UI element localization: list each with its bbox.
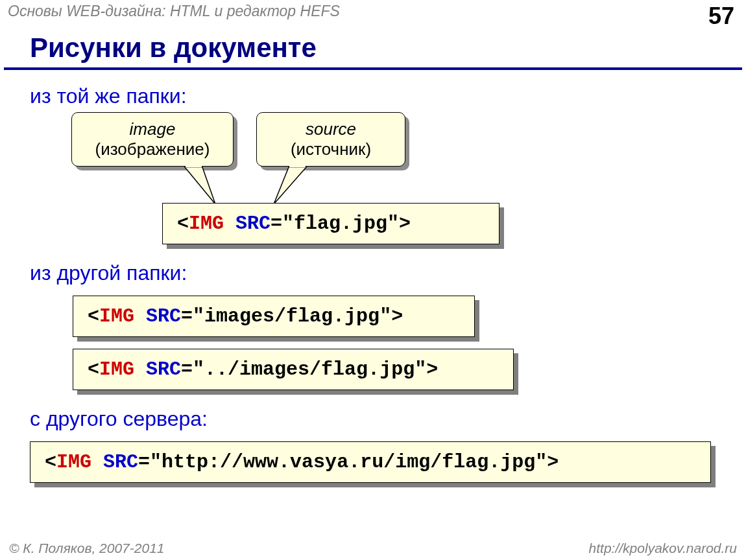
course-title: Основы WEB-дизайна: HTML и редактор HEFS xyxy=(8,3,340,20)
code-eq: = xyxy=(271,213,282,235)
code-eq: = xyxy=(181,305,193,327)
section-same-folder-label: из той же папки: xyxy=(0,84,746,108)
svg-marker-2 xyxy=(274,167,306,204)
code-path2: "images/flag.jpg" xyxy=(193,305,391,327)
code-attr: SRC xyxy=(146,358,181,380)
code-other-folder-1: <IMG SRC="images/flag.jpg"> xyxy=(73,296,475,337)
callouts-row: image (изображение) source (источник) xyxy=(71,112,746,203)
code-eq: = xyxy=(138,451,150,473)
code-lt: < xyxy=(177,213,189,235)
callout-image: image (изображение) xyxy=(71,112,234,167)
code-gt: > xyxy=(547,451,559,473)
code-gt: > xyxy=(426,358,438,380)
callout-image-term: image xyxy=(130,119,176,139)
code-tag: IMG xyxy=(99,358,134,380)
svg-marker-0 xyxy=(185,167,215,204)
code-same-folder: <IMG SRC="flag.jpg"> xyxy=(162,203,499,244)
code-attr: SRC xyxy=(146,305,181,327)
code-lt: < xyxy=(88,358,99,380)
code-path4: "http://www.vasya.ru/img/flag.jpg" xyxy=(150,451,547,473)
callout-image-translation: (изображение) xyxy=(95,139,210,159)
code-tag: IMG xyxy=(99,305,134,327)
code-eq: = xyxy=(181,358,193,380)
callout-source: source (источник) xyxy=(256,112,405,167)
footer-url: http://kpolyakov.narod.ru xyxy=(589,541,737,556)
code-other-server: <IMG SRC="http://www.vasya.ru/img/flag.j… xyxy=(30,441,711,483)
callout-source-translation: (источник) xyxy=(291,139,371,159)
footer: © К. Поляков, 2007-2011 http://kpolyakov… xyxy=(0,541,746,556)
code-gt: > xyxy=(391,305,403,327)
code-lt: < xyxy=(45,451,56,473)
code-tag: IMG xyxy=(56,451,91,473)
code-tag: IMG xyxy=(189,213,224,235)
code-path1: "flag.jpg" xyxy=(282,213,399,235)
code-attr: SRC xyxy=(103,451,138,473)
code-path3: "../images/flag.jpg" xyxy=(193,358,426,380)
code-other-folder-2: <IMG SRC="../images/flag.jpg"> xyxy=(73,349,514,390)
footer-copyright: © К. Поляков, 2007-2011 xyxy=(9,541,165,556)
page-number: 57 xyxy=(708,3,734,30)
code-lt: < xyxy=(88,305,99,327)
section-other-server-label: с другого сервера: xyxy=(0,407,746,431)
slide-title: Рисунки в документе xyxy=(4,30,742,70)
code-attr: SRC xyxy=(235,213,271,235)
callout-source-term: source xyxy=(306,119,356,139)
section-other-folder-label: из другой папки: xyxy=(0,261,746,285)
code-gt: > xyxy=(399,213,411,235)
